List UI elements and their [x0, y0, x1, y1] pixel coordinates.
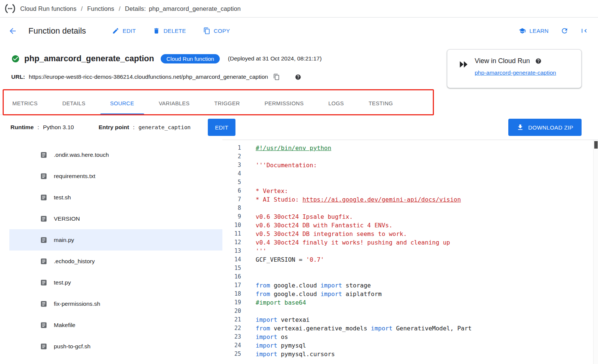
code-line: 9 v0.6 30oct24 Ipsale bugfix.: [222, 212, 598, 221]
tab-label: VARIABLES: [159, 100, 190, 106]
file-row-test.sh[interactable]: test.sh: [9, 187, 222, 208]
line-number: 25: [222, 350, 241, 358]
trash-icon: [153, 27, 160, 34]
copy-function-button[interactable]: COPY: [203, 27, 230, 34]
cloud-run-help-button[interactable]: [535, 58, 542, 64]
breadcrumb-functions[interactable]: Functions: [87, 5, 114, 12]
edit-label: EDIT: [123, 28, 136, 34]
download-zip-label: DOWNLOAD ZIP: [528, 124, 573, 131]
pencil-icon: [112, 27, 119, 34]
tab-details[interactable]: DETAILS: [50, 92, 98, 115]
code-line: 20: [222, 307, 598, 315]
cloud-run-service-link[interactable]: php-amarcord-generate-caption: [475, 69, 556, 76]
tab-label: DETAILS: [62, 100, 86, 106]
collapse-panel-button[interactable]: [580, 27, 588, 35]
tab-permissions[interactable]: PERMISSIONS: [252, 92, 316, 115]
line-content: * AI Studio: https://ai.google.dev/gemin…: [256, 195, 461, 204]
edit-function-button[interactable]: EDIT: [112, 27, 136, 34]
scrollbar-thumb[interactable]: [594, 141, 598, 149]
tab-bar: METRICSDETAILSSOURCEVARIABLESTRIGGERPERM…: [0, 92, 430, 115]
file-name: test.sh: [54, 194, 71, 201]
breadcrumb: Cloud Run functions / Functions / Detail…: [20, 5, 241, 12]
tab-variables[interactable]: VARIABLES: [147, 92, 202, 115]
download-icon: [517, 124, 524, 131]
colon: :: [133, 124, 135, 130]
entry-point-info: Entry point : generate_caption: [99, 124, 191, 131]
source-content: .ondir.was.here.touch requirements.txt t…: [0, 140, 598, 364]
line-number: 21: [222, 315, 241, 324]
line-number: 5: [222, 178, 241, 187]
tab-source[interactable]: SOURCE: [98, 92, 147, 115]
code-line: 25 import pymysql.cursors: [222, 350, 598, 358]
code-editor: 1 #!/usr/bin/env python 2 3 '''Documenta…: [222, 140, 598, 364]
runtime-info: Runtime : Python 3.10: [10, 124, 74, 131]
tabs-section: METRICSDETAILSSOURCEVARIABLESTRIGGERPERM…: [0, 92, 598, 115]
line-content: GCF_VERSION = '0.7': [256, 255, 324, 264]
file-icon: [40, 236, 47, 244]
back-button[interactable]: [8, 26, 18, 36]
file-row-.echodo_history[interactable]: .echodo_history: [9, 251, 222, 272]
code-line: 23 import os: [222, 333, 598, 341]
cloud-run-icon: [459, 57, 469, 80]
file-name: requirements.txt: [54, 173, 95, 180]
file-icon: [40, 194, 47, 201]
file-row-.ondir.was.here.touch[interactable]: .ondir.was.here.touch: [9, 144, 222, 165]
cloud-run-card-body: View in Cloud Run php-amarcord-generate-…: [475, 57, 556, 80]
status-check-icon: [11, 55, 20, 63]
delete-function-button[interactable]: DELETE: [153, 27, 186, 34]
url-help-button[interactable]: [295, 74, 301, 80]
line-number: 14: [222, 255, 241, 264]
runtime-value: Python 3.10: [43, 124, 74, 130]
line-number: 18: [222, 290, 241, 298]
file-list: .ondir.was.here.touch requirements.txt t…: [0, 140, 222, 364]
line-content: import os: [256, 333, 288, 341]
file-row-main.py[interactable]: main.py: [9, 229, 222, 251]
line-content: v0.4 30oct24 finally it works! pushing a…: [256, 238, 450, 247]
line-content: #!/usr/bin/env python: [256, 144, 331, 152]
line-number: 10: [222, 221, 241, 230]
help-icon: [295, 74, 301, 80]
file-name: .ondir.was.here.touch: [54, 152, 109, 158]
tab-label: METRICS: [12, 100, 38, 106]
back-arrow-icon: [8, 27, 17, 35]
tab-logs[interactable]: LOGS: [316, 92, 356, 115]
edit-source-button[interactable]: EDIT: [208, 119, 235, 136]
copy-icon: [273, 74, 280, 80]
line-content: import pymysql.cursors: [256, 350, 335, 358]
code-line: 3 '''Documentation:: [222, 161, 598, 169]
line-number: 9: [222, 212, 241, 221]
tab-metrics[interactable]: METRICS: [0, 92, 50, 115]
file-row-requirements.txt[interactable]: requirements.txt: [9, 165, 222, 187]
breadcrumb-product[interactable]: Cloud Run functions: [20, 5, 77, 12]
collapse-left-icon: [580, 27, 588, 35]
line-number: 17: [222, 281, 241, 290]
file-row-VERSION[interactable]: VERSION: [9, 208, 222, 229]
file-row-push-to-gcf.sh[interactable]: push-to-gcf.sh: [9, 336, 222, 357]
copy-icon: [203, 27, 210, 34]
copy-url-button[interactable]: [273, 74, 280, 80]
action-bar: Function details EDIT DELETE COPY LEARN: [0, 18, 598, 44]
tab-trigger[interactable]: TRIGGER: [202, 92, 252, 115]
file-icon: [40, 215, 47, 223]
code-line: 1 #!/usr/bin/env python: [222, 144, 598, 152]
school-icon: [519, 27, 526, 34]
learn-button[interactable]: LEARN: [519, 27, 549, 34]
line-number: 20: [222, 307, 241, 315]
tab-label: PERMISSIONS: [265, 100, 304, 106]
view-in-cloud-run-card: View in Cloud Run php-amarcord-generate-…: [447, 49, 582, 88]
line-content: v0.6 30oct24 DB with Fantastic 4 ENVs.: [256, 221, 392, 230]
line-number: 8: [222, 204, 241, 212]
file-row-Makefile[interactable]: Makefile: [9, 314, 222, 336]
line-number: 23: [222, 333, 241, 341]
line-content: import vertexai: [256, 315, 310, 324]
tab-testing[interactable]: TESTING: [356, 92, 405, 115]
line-number: 7: [222, 195, 241, 204]
code-scrollbar[interactable]: [593, 140, 598, 364]
file-row-test.py[interactable]: test.py: [9, 272, 222, 293]
code-line: 17 from google.cloud import storage: [222, 281, 598, 290]
refresh-button[interactable]: [561, 27, 568, 35]
copy-label: COPY: [214, 28, 230, 34]
action-buttons: EDIT DELETE COPY: [112, 27, 230, 34]
file-row-fix-permissions.sh[interactable]: fix-permissions.sh: [9, 293, 222, 314]
download-zip-button[interactable]: DOWNLOAD ZIP: [508, 119, 582, 136]
